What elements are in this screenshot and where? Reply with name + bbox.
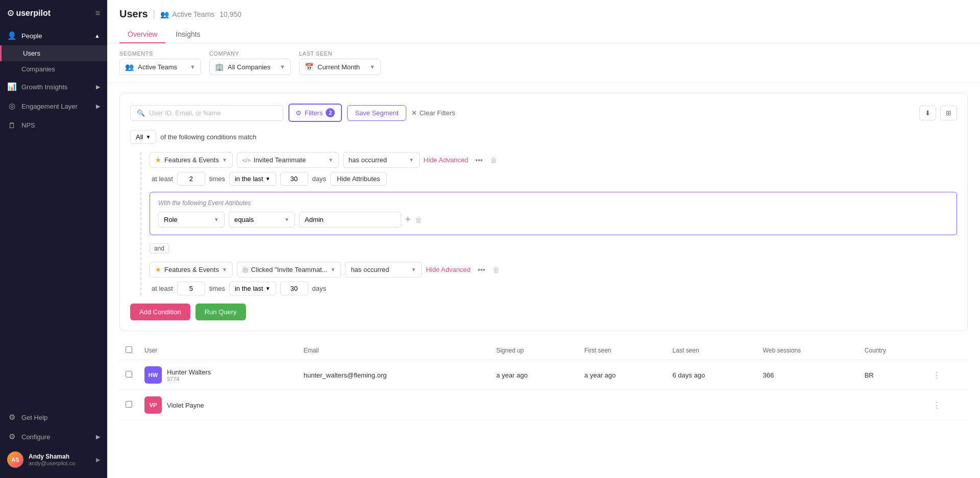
row-1-user-cell: HW Hunter Walters 9774 bbox=[138, 360, 298, 390]
row-2-name[interactable]: Violet Payne bbox=[167, 401, 204, 409]
users-table: User Email Signed up First seen Last see… bbox=[119, 341, 968, 420]
company-label: Company bbox=[209, 51, 291, 57]
sidebar-user[interactable]: AS Andy Shamah andy@userpilot.co ▶ bbox=[0, 446, 107, 473]
period-dropdown-1[interactable]: in the last ▼ bbox=[229, 172, 276, 186]
filters-label: Filters bbox=[305, 109, 323, 117]
tab-insights[interactable]: Insights bbox=[167, 26, 208, 43]
occurred-chevron: ▼ bbox=[409, 157, 414, 163]
company-dropdown[interactable]: 🏢 All Companies ▼ bbox=[209, 59, 291, 75]
segments-dropdown[interactable]: 👥 Active Teams ▼ bbox=[119, 59, 201, 75]
attr-role-select[interactable]: Role ▼ bbox=[158, 212, 225, 228]
growth-insights-icon: 📊 bbox=[7, 82, 16, 91]
page-subtitle: 👥 Active Teams bbox=[160, 10, 214, 18]
times-input-1[interactable] bbox=[177, 172, 205, 186]
segments-icon: 👥 bbox=[125, 63, 134, 71]
last-seen-icon: 📅 bbox=[305, 63, 313, 71]
configure-label: Configure bbox=[21, 433, 91, 441]
hide-advanced-button-1[interactable]: Hide Advanced bbox=[424, 156, 468, 164]
sidebar-item-growth-insights[interactable]: 📊 Growth Insights ▶ bbox=[0, 77, 107, 96]
table-header-web-sessions: Web sessions bbox=[757, 341, 859, 360]
last-seen-label: Last seen bbox=[299, 51, 381, 57]
run-query-button[interactable]: Run Query bbox=[195, 304, 246, 320]
attr-delete-button[interactable]: 🗑 bbox=[415, 216, 422, 224]
columns-button[interactable]: ⊞ bbox=[940, 106, 957, 120]
nps-icon: 🗒 bbox=[7, 121, 16, 130]
condition-1-occurred[interactable]: has occurred ▼ bbox=[343, 152, 420, 168]
days-input-2[interactable] bbox=[280, 282, 308, 295]
row-2-checkbox-cell bbox=[119, 390, 138, 420]
more-options-button-2[interactable]: ••• bbox=[475, 265, 488, 275]
last-seen-filter: Last seen 📅 Current Month ▼ bbox=[299, 51, 381, 75]
row-2-email bbox=[298, 390, 491, 420]
sidebar-item-get-help[interactable]: ⚙ Get Help bbox=[0, 408, 107, 427]
condition-1-event-type[interactable]: ★ Features & Events ▼ bbox=[150, 152, 233, 168]
attr-role-chevron: ▼ bbox=[214, 217, 219, 222]
and-badge: and bbox=[150, 243, 169, 254]
sidebar-item-people[interactable]: 👤 People ▲ bbox=[0, 26, 107, 45]
tab-overview[interactable]: Overview bbox=[119, 26, 165, 43]
row-1-menu-button[interactable]: ⋮ bbox=[933, 370, 941, 380]
delete-condition-1-button[interactable]: 🗑 bbox=[490, 156, 497, 164]
sidebar-item-users[interactable]: Users bbox=[0, 45, 107, 61]
condition-2-event-type[interactable]: ★ Features & Events ▼ bbox=[150, 262, 233, 278]
attr-row-1: Role ▼ equals ▼ + 🗑 bbox=[158, 212, 948, 228]
times-label-2: times bbox=[209, 285, 225, 292]
segments-label: Segments bbox=[119, 51, 201, 57]
search-input[interactable] bbox=[149, 109, 277, 117]
attr-add-button[interactable]: + bbox=[405, 214, 411, 225]
delete-condition-2-button[interactable]: 🗑 bbox=[493, 266, 500, 274]
attr-value-input[interactable] bbox=[299, 212, 401, 228]
period-chevron-1: ▼ bbox=[265, 176, 271, 182]
table-header-country: Country bbox=[859, 341, 926, 360]
all-chevron-icon: ▼ bbox=[145, 134, 151, 140]
times-input-2[interactable] bbox=[177, 282, 205, 295]
sidebar-item-configure[interactable]: ⚙ Configure ▶ bbox=[0, 427, 107, 446]
hide-advanced-button-2[interactable]: Hide Advanced bbox=[426, 266, 470, 273]
event-name-chevron: ▼ bbox=[328, 157, 333, 163]
download-button[interactable]: ⬇ bbox=[919, 106, 936, 120]
subtitle-icon: 👥 bbox=[160, 10, 169, 18]
attr-equals-select[interactable]: equals ▼ bbox=[229, 212, 295, 228]
period-dropdown-2[interactable]: in the last ▼ bbox=[229, 282, 276, 295]
get-help-label: Get Help bbox=[21, 414, 100, 421]
configure-icon: ⚙ bbox=[7, 432, 16, 441]
save-segment-button[interactable]: Save Segment bbox=[347, 105, 406, 121]
add-condition-button[interactable]: Add Condition bbox=[130, 304, 190, 320]
row-2-menu-cell: ⋮ bbox=[926, 390, 968, 420]
page-title: Users bbox=[119, 8, 148, 20]
condition-1-event-name[interactable]: </> Invited Teammate ▼ bbox=[237, 152, 339, 168]
user-expand-icon: ▶ bbox=[96, 457, 100, 463]
sidebar-item-companies[interactable]: Companies bbox=[0, 61, 107, 77]
page-header: Users | 👥 Active Teams 10,950 Overview I… bbox=[107, 0, 980, 43]
row-2-signed-up bbox=[490, 390, 578, 420]
row-1-signed-up: a year ago bbox=[490, 360, 578, 390]
more-options-button-1[interactable]: ••• bbox=[472, 155, 486, 165]
sidebar-item-engagement-layer[interactable]: ◎ Engagement Layer ▶ bbox=[0, 96, 107, 116]
search-icon: 🔍 bbox=[137, 109, 145, 117]
row-2-user-cell: VP Violet Payne bbox=[138, 390, 298, 420]
row-1-email: hunter_walters@fleming.org bbox=[298, 360, 491, 390]
qb-actions-right: ⬇ ⊞ bbox=[919, 106, 957, 120]
people-nav-arrow: ▲ bbox=[94, 33, 100, 39]
company-chevron: ▼ bbox=[280, 64, 285, 70]
row-1-checkbox[interactable] bbox=[126, 371, 132, 378]
clear-filters-button[interactable]: ✕ Clear Filters bbox=[411, 109, 455, 117]
condition-2-occurred[interactable]: has occurred ▼ bbox=[345, 262, 422, 278]
hide-attributes-button[interactable]: Hide Attributes bbox=[330, 172, 387, 186]
days-input-1[interactable] bbox=[280, 172, 308, 186]
sidebar-collapse-button[interactable]: ≡ bbox=[95, 9, 100, 18]
engagement-label: Engagement Layer bbox=[21, 103, 91, 110]
condition-2-event-name[interactable]: ◎ Clicked "Invite Teammat... ▼ bbox=[237, 262, 341, 278]
filters-button[interactable]: ⚙ Filters 2 bbox=[288, 104, 342, 122]
event-name-icon: </> bbox=[242, 157, 251, 163]
select-all-checkbox[interactable] bbox=[126, 346, 132, 353]
all-conditions-dropdown[interactable]: All ▼ bbox=[130, 130, 156, 144]
times-label-1: times bbox=[209, 175, 225, 183]
row-2-checkbox[interactable] bbox=[126, 401, 132, 408]
row-2-menu-button[interactable]: ⋮ bbox=[933, 400, 941, 410]
sidebar-item-nps[interactable]: 🗒 NPS bbox=[0, 116, 107, 135]
table-header-last-seen: Last seen bbox=[667, 341, 757, 360]
features-events-icon: ★ bbox=[155, 156, 161, 164]
row-1-name[interactable]: Hunter Walters bbox=[167, 368, 211, 376]
last-seen-dropdown[interactable]: 📅 Current Month ▼ bbox=[299, 59, 381, 75]
